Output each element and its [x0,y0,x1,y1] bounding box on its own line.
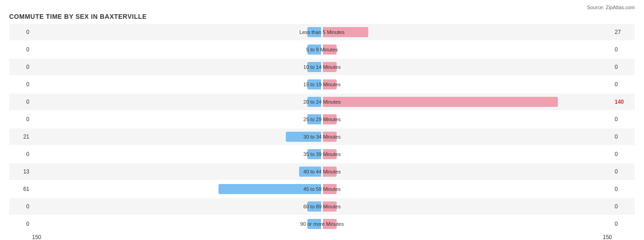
female-value: 0 [612,168,635,175]
chart-title: COMMUTE TIME BY SEX IN BAXTERVILLE [9,13,635,20]
female-side [322,128,612,145]
male-side [32,128,322,145]
bars-container: 90 or more Minutes [32,216,612,232]
male-value: 0 [9,81,32,88]
female-value: 0 [612,81,635,88]
chart-row: 090 or more Minutes0 [9,216,635,232]
female-bar [323,97,558,107]
male-side [32,94,322,110]
bars-container: 10 to 14 Minutes [32,59,612,75]
male-value: 61 [9,186,32,192]
female-side [322,181,612,197]
chart-row: 020 to 24 Minutes140 [9,94,635,110]
female-side [322,146,612,162]
female-value: 0 [612,64,635,70]
male-value: 0 [9,46,32,53]
bars-container: Less than 5 Minutes [32,24,612,40]
female-side [322,216,612,232]
female-value: 0 [612,151,635,157]
chart-row: 05 to 9 Minutes0 [9,41,635,58]
chart-area: 0Less than 5 Minutes2705 to 9 Minutes001… [9,24,635,232]
female-value: 0 [612,46,635,53]
female-side [322,163,612,180]
bars-container: 35 to 39 Minutes [32,146,612,162]
male-value: 0 [9,203,32,210]
male-value: 0 [9,99,32,105]
male-side [32,146,322,162]
female-side [322,198,612,215]
female-side [322,111,612,128]
bars-container: 20 to 24 Minutes [32,94,612,110]
row-label: 15 to 19 Minutes [303,82,340,87]
female-side [322,59,612,75]
male-value: 13 [9,168,32,175]
male-side [32,41,322,58]
female-side [322,76,612,93]
female-value: 140 [612,99,635,105]
male-value: 0 [9,151,32,157]
male-side [32,163,322,180]
female-side [322,94,612,110]
bars-container: 25 to 29 Minutes [32,111,612,128]
row-label: 40 to 44 Minutes [303,169,340,174]
footer-row: 150 150 [9,234,635,240]
male-side [32,76,322,93]
chart-row: 0Less than 5 Minutes27 [9,24,635,40]
male-value: 21 [9,134,32,140]
bars-container: 5 to 9 Minutes [32,41,612,58]
male-value: 0 [9,221,32,227]
bars-container: 40 to 44 Minutes [32,163,612,180]
source-line: Source: ZipAtlas.com [9,5,635,10]
chart-row: 2130 to 34 Minutes0 [9,128,635,145]
bars-container: 30 to 34 Minutes [32,128,612,145]
chart-row: 1340 to 44 Minutes0 [9,163,635,180]
footer-right: 150 [603,234,612,240]
row-label: 25 to 29 Minutes [303,117,340,122]
row-label: 35 to 39 Minutes [303,151,340,157]
female-side [322,41,612,58]
row-label: 45 to 59 Minutes [303,186,340,192]
row-label: 60 to 89 Minutes [303,204,340,209]
male-side [32,198,322,215]
row-label: 5 to 9 Minutes [306,47,338,52]
female-value: 0 [612,203,635,210]
footer-left: 150 [32,234,41,240]
male-value: 0 [9,29,32,35]
chart-row: 010 to 14 Minutes0 [9,59,635,75]
female-value: 0 [612,134,635,140]
chart-row: 060 to 89 Minutes0 [9,198,635,215]
chart-row: 035 to 39 Minutes0 [9,146,635,162]
row-label: 20 to 24 Minutes [303,99,340,105]
female-value: 0 [612,186,635,192]
female-value: 0 [612,116,635,123]
male-value: 0 [9,64,32,70]
male-value: 0 [9,116,32,123]
bars-container: 45 to 59 Minutes [32,181,612,197]
male-side [32,181,322,197]
male-side [32,111,322,128]
bars-container: 15 to 19 Minutes [32,76,612,93]
chart-row: 025 to 29 Minutes0 [9,111,635,128]
row-label: Less than 5 Minutes [300,29,344,35]
female-value: 27 [612,29,635,35]
chart-row: 015 to 19 Minutes0 [9,76,635,93]
female-value: 0 [612,221,635,227]
chart-row: 6145 to 59 Minutes0 [9,181,635,197]
male-side [32,216,322,232]
female-side [322,24,612,40]
male-side [32,59,322,75]
row-label: 10 to 14 Minutes [303,64,340,70]
male-side [32,24,322,40]
row-label: 30 to 34 Minutes [303,134,340,140]
row-label: 90 or more Minutes [300,221,344,227]
bars-container: 60 to 89 Minutes [32,198,612,215]
